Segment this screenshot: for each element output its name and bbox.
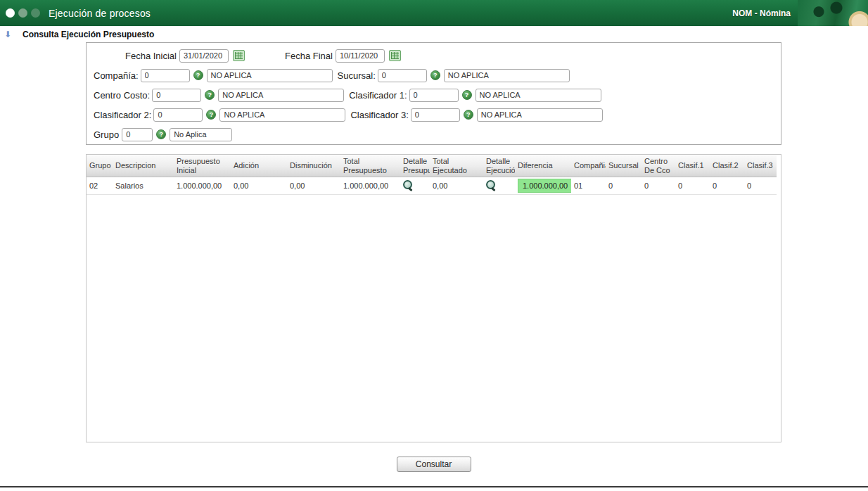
cell-sucursal: 0 <box>606 177 642 195</box>
header-photo <box>798 0 868 26</box>
centro-costo-code-input[interactable] <box>152 89 201 102</box>
clasificador1-field: Clasificador 1: <box>349 89 601 102</box>
page-title: Consulta Ejecución Presupuesto <box>23 30 154 39</box>
col-centro-de-cco[interactable]: Centro De Cco <box>642 155 675 177</box>
col-total-ejecutado[interactable]: Total Ejecutado <box>430 155 483 177</box>
help-icon[interactable] <box>464 110 473 120</box>
results-table: Grupo Descripcion Presupuesto Inicial Ad… <box>87 155 777 195</box>
col-detalle-presupu[interactable]: Detalle Presupu <box>400 155 430 177</box>
grupo-field: Grupo <box>94 128 232 141</box>
help-icon[interactable] <box>430 70 440 80</box>
clasificador1-desc-input[interactable] <box>476 89 601 102</box>
cell-diferencia: 1.000.000,00 <box>515 177 571 195</box>
cell-clasif3: 0 <box>744 177 777 195</box>
col-clasif1[interactable]: Clasif.1 <box>675 155 710 177</box>
compania-field: Compañía: <box>94 69 333 82</box>
col-presupuesto-inicial[interactable]: Presupuesto Inicial <box>174 155 231 177</box>
col-diferencia[interactable]: Diferencia <box>515 155 571 177</box>
table-header-row: Grupo Descripcion Presupuesto Inicial Ad… <box>87 155 777 177</box>
cell-presupuesto-inicial: 1.000.000,00 <box>174 177 231 195</box>
cell-adicion: 0,00 <box>231 177 287 195</box>
sucursal-label: Sucursal: <box>338 70 376 81</box>
sucursal-field: Sucursal: <box>338 69 570 82</box>
cell-descripcion: Salarios <box>113 177 174 195</box>
fecha-inicial-label: Fecha Inicial <box>125 51 177 61</box>
table-row[interactable]: 02 Salarios 1.000.000,00 0,00 0,00 1.000… <box>87 177 777 195</box>
down-arrow-icon[interactable] <box>0 30 15 39</box>
cell-clasif2: 0 <box>710 177 744 195</box>
magnifier-icon[interactable] <box>403 180 413 190</box>
cell-centro-de-cco: 0 <box>642 177 675 195</box>
clasificador1-label: Clasificador 1: <box>349 90 407 101</box>
fecha-final-label: Fecha Final <box>285 51 333 61</box>
calendar-icon[interactable] <box>233 50 245 61</box>
module-badge: NOM - Nómina <box>732 8 791 18</box>
help-icon[interactable] <box>206 110 216 120</box>
col-adicion[interactable]: Adición <box>231 155 287 177</box>
col-clasif2[interactable]: Clasif.2 <box>710 155 744 177</box>
cell-total-presupuesto: 1.000.000,00 <box>340 177 400 195</box>
col-grupo[interactable]: Grupo <box>87 155 113 177</box>
clasificador2-label: Clasificador 2: <box>94 110 151 120</box>
col-sucursal[interactable]: Sucursal <box>606 155 642 177</box>
col-detalle-ejecucion[interactable]: Detalle Ejecució <box>483 155 515 177</box>
compania-desc-input[interactable] <box>207 69 333 82</box>
clasificador2-field: Clasificador 2: <box>94 108 345 122</box>
help-icon[interactable] <box>205 90 215 100</box>
clasificador3-desc-input[interactable] <box>477 108 603 122</box>
clasificador3-label: Clasificador 3: <box>350 110 408 120</box>
header-dots <box>6 8 40 18</box>
bottom-divider <box>0 486 868 491</box>
diferencia-highlight: 1.000.000,00 <box>518 179 571 193</box>
col-total-presupuesto[interactable]: Total Presupuesto <box>340 155 400 177</box>
clasificador3-field: Clasificador 3: <box>350 108 602 122</box>
grupo-desc-input[interactable] <box>170 128 232 141</box>
grupo-label: Grupo <box>94 129 119 140</box>
cell-compania: 01 <box>571 177 606 195</box>
dot-icon <box>31 8 40 18</box>
centro-costo-label: Centro Costo: <box>94 90 150 101</box>
help-icon[interactable] <box>462 90 472 100</box>
app-title: Ejecución de procesos <box>49 8 151 19</box>
bottom-bar <box>0 486 868 491</box>
cell-detalle-presupu <box>400 177 430 195</box>
cell-disminucion: 0,00 <box>287 177 340 195</box>
col-descripcion[interactable]: Descripcion <box>113 155 174 177</box>
grupo-code-input[interactable] <box>122 128 153 141</box>
col-compania[interactable]: Compañia <box>571 155 606 177</box>
calendar-icon[interactable] <box>389 50 401 61</box>
cell-clasif1: 0 <box>675 177 710 195</box>
dot-icon <box>6 8 15 18</box>
help-icon[interactable] <box>156 129 166 139</box>
date-row: Fecha Inicial Fecha Final <box>94 49 774 63</box>
filter-form-panel: Fecha Inicial Fecha Final Compañía: Sucu… <box>86 42 781 145</box>
sucursal-code-input[interactable] <box>378 69 427 82</box>
centro-costo-field: Centro Costo: <box>94 89 344 102</box>
sucursal-desc-input[interactable] <box>444 69 570 82</box>
cell-total-ejecutado: 0,00 <box>430 177 483 195</box>
consultar-button[interactable]: Consultar <box>397 457 471 472</box>
compania-code-input[interactable] <box>141 69 190 82</box>
clasificador3-code-input[interactable] <box>411 108 460 122</box>
dot-icon <box>18 8 27 18</box>
app-header: Ejecución de procesos NOM - Nómina <box>0 0 868 26</box>
help-icon[interactable] <box>193 70 203 80</box>
cell-grupo: 02 <box>87 177 113 195</box>
clasificador2-code-input[interactable] <box>153 108 203 122</box>
cell-detalle-ejecucion <box>483 177 515 195</box>
results-table-panel: Grupo Descripcion Presupuesto Inicial Ad… <box>86 154 781 442</box>
col-disminucion[interactable]: Disminución <box>287 155 340 177</box>
breadcrumb: Consulta Ejecución Presupuesto <box>0 26 868 42</box>
clasificador1-code-input[interactable] <box>409 89 459 102</box>
centro-costo-desc-input[interactable] <box>218 89 344 102</box>
fecha-final-input[interactable] <box>336 49 385 63</box>
clasificador2-desc-input[interactable] <box>219 108 345 122</box>
col-clasif3[interactable]: Clasif.3 <box>744 155 777 177</box>
fecha-inicial-input[interactable] <box>179 49 229 63</box>
magnifier-icon[interactable] <box>486 180 496 190</box>
compania-label: Compañía: <box>94 70 139 81</box>
